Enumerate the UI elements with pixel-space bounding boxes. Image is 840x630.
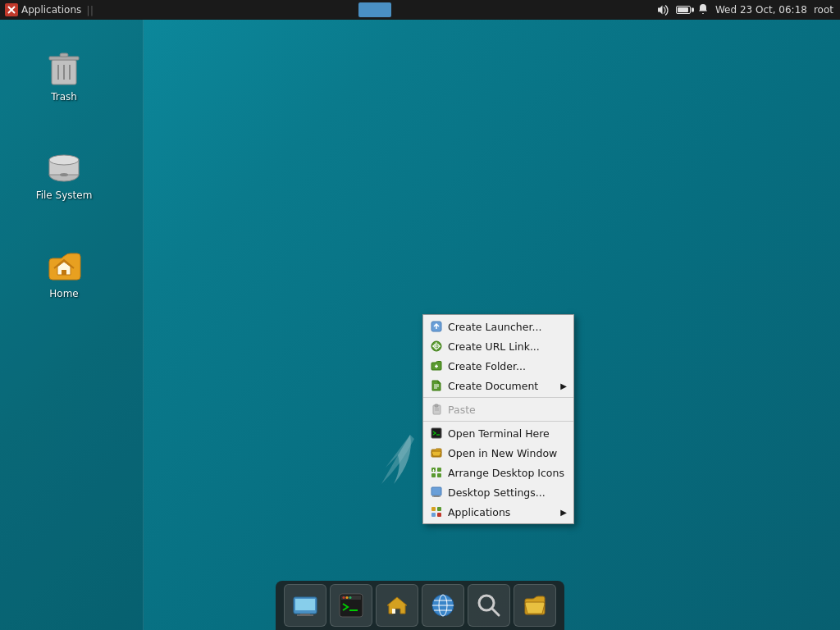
open-terminal-label: Open Terminal Here bbox=[448, 427, 550, 440]
separator-1 bbox=[423, 397, 573, 398]
arrange-icons-label: Arrange Desktop Icons bbox=[448, 467, 564, 479]
svg-rect-30 bbox=[437, 473, 441, 477]
taskbar-separator: || bbox=[86, 4, 94, 16]
user-label: root bbox=[814, 4, 833, 16]
notification-icon[interactable] bbox=[697, 3, 709, 17]
taskbar-bottom bbox=[276, 581, 564, 630]
menu-item-desktop-settings[interactable]: Desktop Settings... bbox=[423, 482, 573, 502]
menu-item-create-url-link[interactable]: Create URL Link... bbox=[423, 336, 573, 356]
trash-icon bbox=[44, 48, 84, 88]
context-menu: Create Launcher... Create URL Link... Cr… bbox=[422, 314, 574, 524]
taskbar-app-label[interactable]: Applications bbox=[21, 4, 81, 16]
menu-item-applications[interactable]: Applications ▶ bbox=[423, 502, 573, 522]
svg-rect-34 bbox=[431, 507, 436, 511]
svg-rect-6 bbox=[49, 57, 79, 60]
battery-icon bbox=[676, 6, 691, 14]
desktop-icon-filesystem[interactable]: File System bbox=[23, 144, 105, 204]
svg-rect-35 bbox=[437, 507, 441, 511]
menu-item-create-launcher[interactable]: Create Launcher... bbox=[423, 317, 573, 336]
launcher-icon bbox=[430, 320, 443, 333]
menu-item-create-folder[interactable]: Create Folder... bbox=[423, 356, 573, 376]
desktop-icon-trash[interactable]: Trash bbox=[23, 45, 105, 106]
filesystem-icon bbox=[44, 147, 84, 186]
svg-rect-37 bbox=[437, 513, 441, 517]
svg-point-10 bbox=[49, 155, 79, 165]
paste-icon bbox=[430, 403, 443, 416]
dock-item-files[interactable] bbox=[514, 584, 556, 627]
datetime-label: Wed 23 Oct, 06:18 bbox=[715, 4, 807, 16]
svg-rect-12 bbox=[62, 270, 66, 275]
folder-new-icon bbox=[430, 359, 443, 372]
folder-open-icon bbox=[430, 446, 443, 459]
create-document-label: Create Document bbox=[448, 380, 538, 392]
terminal-icon bbox=[430, 427, 443, 440]
desktop-settings-icon bbox=[430, 486, 443, 499]
taskbar-center bbox=[100, 2, 650, 17]
svg-point-11 bbox=[60, 173, 68, 176]
url-link-icon bbox=[430, 340, 443, 353]
applications-label: Applications bbox=[448, 506, 510, 518]
svg-line-54 bbox=[492, 609, 499, 615]
menu-item-create-document[interactable]: Create Document ▶ bbox=[423, 376, 573, 395]
svg-point-46 bbox=[349, 596, 352, 599]
create-launcher-label: Create Launcher... bbox=[448, 321, 541, 333]
dock-item-show-desktop[interactable] bbox=[284, 584, 326, 627]
dock-item-browser[interactable] bbox=[422, 584, 464, 627]
taskbar-top: Applications || Wed 23 Oct, 06:18 ro bbox=[0, 0, 840, 20]
paste-label: Paste bbox=[448, 404, 476, 416]
filesystem-label: File System bbox=[36, 189, 93, 201]
volume-icon[interactable] bbox=[656, 4, 669, 16]
svg-rect-31 bbox=[431, 487, 441, 495]
svg-point-45 bbox=[346, 596, 349, 599]
menu-item-arrange-icons[interactable]: Arrange Desktop Icons bbox=[423, 463, 573, 482]
dock-item-search[interactable] bbox=[468, 584, 510, 627]
home-label: Home bbox=[49, 288, 78, 299]
sidebar bbox=[0, 20, 144, 630]
trash-label: Trash bbox=[51, 91, 77, 103]
create-folder-label: Create Folder... bbox=[448, 360, 526, 372]
menu-item-paste: Paste bbox=[423, 399, 573, 419]
svg-rect-29 bbox=[431, 473, 436, 477]
svg-rect-36 bbox=[431, 513, 436, 517]
taskbar-right: Wed 23 Oct, 06:18 root bbox=[650, 3, 840, 17]
app-icon bbox=[5, 3, 18, 16]
home-icon bbox=[44, 245, 84, 285]
dock-item-terminal[interactable] bbox=[330, 584, 372, 627]
active-window-indicator[interactable] bbox=[358, 2, 391, 17]
create-url-link-label: Create URL Link... bbox=[448, 340, 540, 353]
separator-2 bbox=[423, 421, 573, 422]
svg-rect-39 bbox=[295, 599, 315, 610]
menu-item-open-new-window[interactable]: Open in New Window bbox=[423, 443, 573, 463]
svg-rect-7 bbox=[60, 53, 68, 57]
menu-item-open-terminal[interactable]: Open Terminal Here bbox=[423, 423, 573, 443]
desktop-icon-home[interactable]: Home bbox=[23, 242, 105, 303]
document-new-icon bbox=[430, 379, 443, 392]
svg-rect-22 bbox=[435, 404, 438, 407]
desktop-settings-label: Desktop Settings... bbox=[448, 486, 546, 499]
svg-rect-28 bbox=[437, 468, 441, 472]
arrange-icon bbox=[430, 466, 443, 479]
open-new-window-label: Open in New Window bbox=[448, 447, 557, 459]
create-document-arrow: ▶ bbox=[560, 381, 567, 390]
dock-item-home-folder[interactable] bbox=[376, 584, 418, 627]
applications-arrow: ▶ bbox=[560, 508, 567, 517]
desktop-cursor-decoration bbox=[361, 427, 427, 495]
applications-icon bbox=[430, 505, 443, 518]
svg-point-44 bbox=[343, 596, 345, 599]
